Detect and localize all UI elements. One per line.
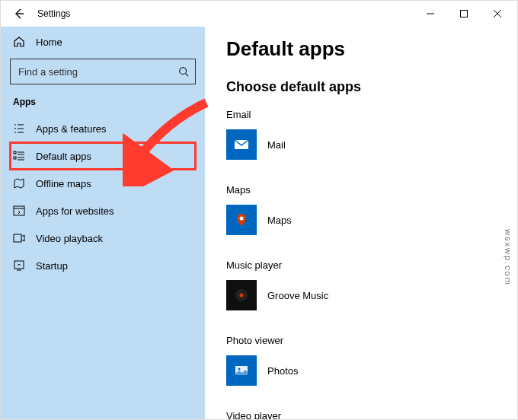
search-icon [178,66,189,77]
window-title: Settings [37,8,70,19]
groove-icon [226,280,257,310]
sidebar-item-label: Startup [36,260,68,272]
sidebar-item-label: Offline maps [36,178,91,189]
titlebar: Settings [1,1,517,27]
search-input[interactable] [17,65,178,78]
default-apps-icon [13,150,25,162]
map-pin-icon [226,205,257,235]
close-button[interactable] [481,1,514,27]
maximize-icon [460,10,468,18]
app-name: Mail [267,139,286,151]
photos-icon [226,355,257,386]
sidebar-item-label: Apps & features [36,123,107,135]
mail-icon [226,129,257,160]
default-app-category-music: Music player Groove Music [226,259,496,326]
back-arrow-icon [13,8,25,20]
svg-rect-3 [14,157,16,159]
category-label: Video player [226,410,496,419]
sidebar-item-apps-for-websites[interactable]: Apps for websites [10,197,196,224]
svg-point-10 [240,294,244,298]
svg-rect-5 [14,234,21,242]
app-name: Photos [267,365,298,377]
page-subheading: Choose default apps [226,79,496,95]
video-icon [13,232,25,244]
svg-rect-6 [14,261,24,269]
app-tile-maps[interactable]: Maps [226,203,496,250]
default-app-category-video: Video player Films & TV [226,410,496,419]
page-title: Default apps [226,37,496,61]
startup-icon [13,259,25,272]
app-tile-photos[interactable]: Photos [226,354,496,401]
sidebar-home[interactable]: Home [10,31,196,56]
window-controls [414,1,514,27]
minimize-button[interactable] [414,1,447,27]
category-label: Photo viewer [226,335,496,346]
map-icon [13,177,25,189]
svg-point-8 [240,217,244,221]
sidebar-item-apps-features[interactable]: Apps & features [10,115,196,142]
sidebar-item-default-apps[interactable]: Default apps [10,142,196,170]
sidebar-item-offline-maps[interactable]: Offline maps [10,170,196,197]
svg-rect-0 [461,11,468,18]
sidebar-item-label: Apps for websites [36,205,114,217]
back-button[interactable] [4,1,34,27]
sidebar-item-label: Video playback [36,233,103,244]
category-label: Music player [226,259,496,271]
app-tile-mail[interactable]: Mail [226,128,496,175]
svg-rect-4 [14,206,24,215]
minimize-icon [427,10,434,18]
category-label: Maps [226,184,496,196]
svg-rect-2 [14,151,16,154]
default-app-category-maps: Maps Maps [226,184,496,250]
main-content: Default apps Choose default apps Email M… [205,27,517,419]
maximize-button[interactable] [447,1,481,27]
sidebar-item-startup[interactable]: Startup [10,252,196,279]
sidebar: Home Apps Apps & features Default apps O… [1,27,205,419]
window-body: Home Apps Apps & features Default apps O… [1,27,517,419]
close-icon [494,10,501,18]
default-app-category-photo: Photo viewer Photos [226,335,496,401]
default-app-category-email: Email Mail [226,109,496,175]
list-icon [13,123,25,135]
sidebar-home-label: Home [36,37,62,48]
app-tile-groove[interactable]: Groove Music [226,278,496,326]
app-name: Maps [267,215,292,226]
sidebar-item-video-playback[interactable]: Video playback [10,224,196,252]
search-box[interactable] [10,59,196,84]
watermark: wsxwp.com [504,229,513,286]
home-icon [13,36,25,48]
sidebar-section-header: Apps [10,97,196,115]
category-label: Email [226,109,496,120]
svg-point-12 [238,368,241,371]
sidebar-item-label: Default apps [36,151,91,162]
svg-point-1 [180,68,187,75]
app-name: Groove Music [267,290,328,301]
apps-websites-icon [13,205,25,217]
